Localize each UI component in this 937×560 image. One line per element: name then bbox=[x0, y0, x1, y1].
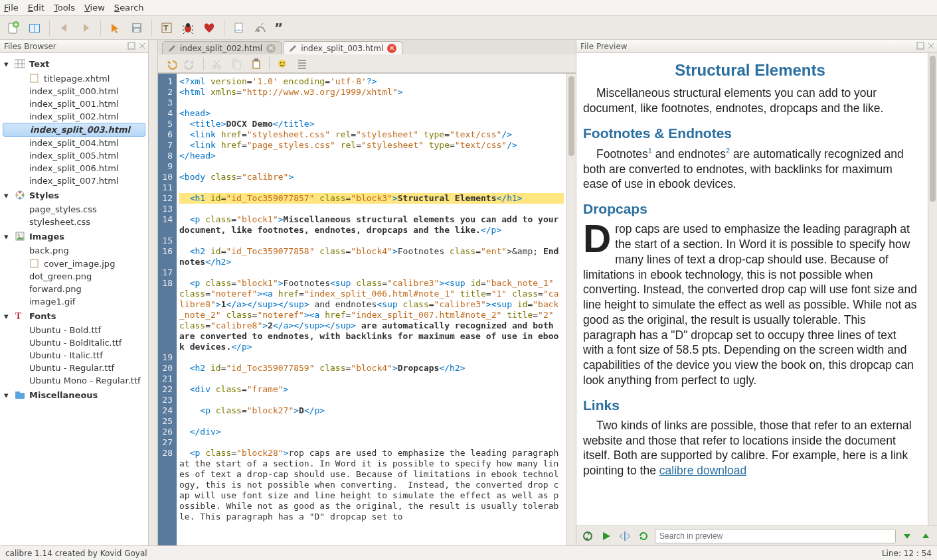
search-next-icon[interactable] bbox=[900, 529, 914, 543]
search-prev-icon[interactable] bbox=[918, 529, 933, 543]
heart-icon[interactable] bbox=[201, 20, 217, 36]
tab-close-icon[interactable]: ✕ bbox=[387, 44, 396, 53]
file-item[interactable]: Ubuntu - Bold.ttf bbox=[0, 324, 148, 336]
preview-link-calibre[interactable]: calibre download bbox=[659, 464, 746, 477]
files-category[interactable]: ▾Styles bbox=[0, 187, 148, 203]
svg-rect-25 bbox=[31, 259, 38, 267]
menu-tools[interactable]: Tools bbox=[54, 3, 75, 13]
file-item[interactable]: index_split_003.html bbox=[3, 123, 145, 137]
list-icon[interactable] bbox=[295, 56, 309, 71]
svg-point-37 bbox=[280, 62, 282, 63]
preview-scrollbar[interactable] bbox=[928, 53, 937, 525]
quote-icon[interactable]: ” bbox=[274, 20, 290, 36]
preview-panel: File Preview Structural Elements Miscell… bbox=[576, 40, 937, 545]
page-icon[interactable] bbox=[231, 20, 247, 36]
file-item[interactable]: page_styles.css bbox=[0, 203, 148, 216]
files-category[interactable]: ▾TFonts bbox=[0, 308, 148, 324]
open-book-icon[interactable] bbox=[27, 20, 43, 36]
files-category[interactable]: ▾Images bbox=[0, 228, 148, 244]
split-icon[interactable] bbox=[618, 529, 632, 543]
preview-p-footnotes: Footnotes1 and endnotes2 are automatical… bbox=[583, 146, 917, 192]
file-item[interactable]: index_split_001.html bbox=[0, 98, 148, 110]
menu-view[interactable]: View bbox=[84, 3, 105, 13]
paste-icon[interactable] bbox=[249, 56, 264, 71]
file-item[interactable]: index_split_005.html bbox=[0, 149, 148, 162]
main-toolbar: T ” bbox=[0, 16, 937, 40]
preview-body[interactable]: Structural Elements Miscellaneous struct… bbox=[576, 53, 928, 525]
editor-panel: index_split_002.html✕index_split_003.htm… bbox=[158, 40, 576, 545]
menu-file[interactable]: File bbox=[4, 3, 19, 13]
back-icon[interactable] bbox=[56, 20, 72, 36]
sync-icon[interactable] bbox=[580, 529, 595, 543]
files-browser-panel: Files Browser ▾Texttitlepage.xhtmlindex_… bbox=[0, 40, 149, 545]
preview-h1: Structural Elements bbox=[583, 60, 917, 80]
splitter[interactable] bbox=[149, 40, 158, 545]
undock-icon[interactable] bbox=[127, 41, 136, 50]
file-item[interactable]: stylesheet.css bbox=[0, 216, 148, 228]
toc-icon[interactable]: T bbox=[159, 20, 175, 36]
preview-h2-footnotes: Footnotes & Endnotes bbox=[583, 124, 917, 142]
file-item[interactable]: Ubuntu - Regular.ttf bbox=[0, 362, 148, 374]
file-item[interactable]: dot_green.png bbox=[0, 270, 148, 283]
svg-point-22 bbox=[17, 194, 19, 196]
save-icon[interactable] bbox=[129, 20, 145, 36]
file-item[interactable]: index_split_004.html bbox=[0, 137, 148, 149]
svg-text:T: T bbox=[163, 24, 169, 33]
redo-icon[interactable] bbox=[183, 56, 198, 71]
file-item[interactable]: index_split_000.html bbox=[0, 85, 148, 98]
svg-rect-7 bbox=[134, 29, 139, 32]
code-editor[interactable]: 1234567891011121314151617181920212223242… bbox=[158, 73, 576, 545]
files-browser-title: Files Browser bbox=[0, 40, 148, 53]
svg-rect-4 bbox=[35, 25, 40, 32]
file-item[interactable]: index_split_007.html bbox=[0, 175, 148, 187]
file-item[interactable]: back.png bbox=[0, 244, 148, 257]
svg-rect-35 bbox=[254, 58, 258, 61]
close-panel-icon[interactable] bbox=[137, 41, 147, 50]
svg-rect-3 bbox=[30, 25, 35, 32]
file-item[interactable]: titlepage.xhtml bbox=[0, 72, 148, 85]
reload-icon[interactable] bbox=[636, 529, 651, 543]
preview-p-dropcaps: Drop caps are used to emphasize the lead… bbox=[583, 222, 917, 387]
svg-rect-32 bbox=[234, 62, 240, 69]
preview-search-input[interactable] bbox=[655, 529, 896, 543]
svg-point-21 bbox=[19, 197, 21, 199]
play-icon[interactable] bbox=[599, 529, 614, 543]
menu-search[interactable]: Search bbox=[114, 3, 144, 13]
svg-rect-27 bbox=[15, 393, 25, 399]
editor-tab[interactable]: index_split_002.html✕ bbox=[162, 41, 282, 54]
file-item[interactable]: Ubuntu Mono - Regular.ttf bbox=[0, 374, 148, 387]
undock-icon[interactable] bbox=[916, 41, 925, 50]
file-item[interactable]: cover_image.jpg bbox=[0, 257, 148, 270]
cut-icon[interactable] bbox=[209, 56, 224, 71]
file-item[interactable]: Ubuntu - BoldItalic.ttf bbox=[0, 336, 148, 349]
close-panel-icon[interactable] bbox=[926, 41, 936, 50]
menubar: File Edit Tools View Search bbox=[0, 0, 937, 16]
file-item[interactable]: index_split_002.html bbox=[0, 110, 148, 123]
files-browser-label: Files Browser bbox=[4, 42, 56, 51]
preview-h2-links: Links bbox=[583, 396, 917, 414]
files-category[interactable]: ▾Text bbox=[0, 56, 148, 72]
file-item[interactable]: Ubuntu - Italic.ttf bbox=[0, 349, 148, 362]
menu-edit[interactable]: Edit bbox=[28, 3, 44, 13]
file-item[interactable]: image1.gif bbox=[0, 295, 148, 308]
file-item[interactable]: index_split_006.html bbox=[0, 162, 148, 175]
beautify-icon[interactable] bbox=[275, 56, 290, 71]
file-item[interactable]: forward.png bbox=[0, 283, 148, 295]
undo-icon[interactable] bbox=[163, 56, 178, 71]
svg-point-24 bbox=[18, 234, 20, 236]
new-file-icon[interactable] bbox=[5, 20, 21, 36]
svg-point-11 bbox=[186, 23, 190, 27]
files-category[interactable]: ▾Miscellaneous bbox=[0, 387, 148, 403]
svg-rect-34 bbox=[254, 62, 259, 68]
svg-text:”: ” bbox=[274, 22, 283, 34]
svg-rect-39 bbox=[917, 42, 924, 49]
forward-icon[interactable] bbox=[78, 20, 94, 36]
editor-tabs: index_split_002.html✕index_split_003.htm… bbox=[158, 40, 576, 54]
cursor-icon[interactable] bbox=[108, 20, 124, 36]
copy-icon[interactable] bbox=[229, 56, 244, 71]
editor-scrollbar[interactable] bbox=[566, 74, 576, 545]
preview-icon[interactable] bbox=[252, 20, 268, 36]
tab-close-icon[interactable]: ✕ bbox=[266, 44, 276, 53]
bug-icon[interactable] bbox=[180, 20, 196, 36]
editor-tab[interactable]: index_split_003.html✕ bbox=[283, 41, 402, 54]
